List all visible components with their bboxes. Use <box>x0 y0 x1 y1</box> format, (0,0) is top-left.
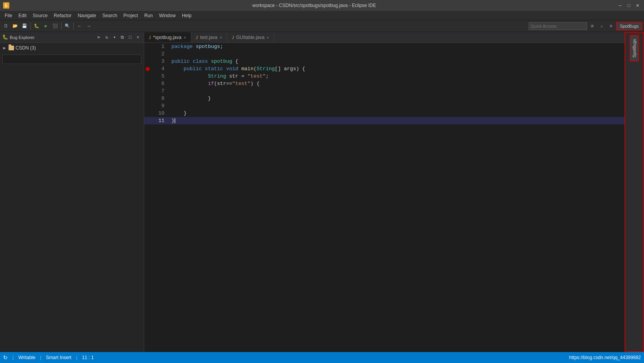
sidebar-refresh-button[interactable]: ↻ <box>103 34 110 41</box>
sidebar-menu-button[interactable]: ▾ <box>111 34 118 41</box>
editor-line-5: 5 String str = "test"; <box>144 73 625 80</box>
quick-access-input[interactable] <box>529 22 587 30</box>
linenum-6: 6 <box>151 80 168 87</box>
maximize-button[interactable]: □ <box>625 2 632 9</box>
tab-label-1: *spotbug.java <box>153 35 182 40</box>
sidebar-filter[interactable] <box>2 55 141 64</box>
status-position: 11 : 1 <box>82 355 94 360</box>
code-11: } <box>168 117 175 124</box>
sidebar-new-window-button[interactable]: ⧉ <box>119 34 126 41</box>
tab-close-2[interactable]: × <box>220 35 222 40</box>
code-10: } <box>168 110 187 117</box>
gutter-5 <box>144 73 151 80</box>
menu-edit[interactable]: Edit <box>15 12 30 19</box>
status-separator-3: | <box>76 355 77 360</box>
tab-java-icon-2: J <box>196 35 198 40</box>
tree-expand-arrow: ▶ <box>3 46 7 50</box>
sidebar: 🐛 Bug Explorer ⊳ ↻ ▾ ⧉ □ × ▶ CSDN (3) <box>0 32 144 352</box>
bug-explorer-icon: 🐛 <box>2 34 8 40</box>
title-bar: E workspace - CSDN/src/spotbugs/spotbug.… <box>0 0 644 11</box>
toolbar-new-button[interactable]: 🗋 <box>2 22 10 30</box>
editor-line-4: 4 public static void main(String[] args)… <box>144 65 625 73</box>
tab-test-java[interactable]: J test.java × <box>191 32 228 42</box>
editor-line-1: 1 package spotbugs; <box>144 43 625 50</box>
tab-label-2: test.java <box>200 35 218 40</box>
menu-project[interactable]: Project <box>120 12 141 19</box>
menu-help[interactable]: Help <box>179 12 195 19</box>
linenum-11: 11 <box>151 117 168 124</box>
gutter-9 <box>144 102 151 110</box>
perspective-java-button[interactable]: ☕ <box>597 22 606 30</box>
filter-input[interactable] <box>4 57 139 62</box>
spotbugs-panel-tab[interactable]: SpotBugs <box>630 35 639 62</box>
linenum-1: 1 <box>151 43 168 50</box>
tab-label-3: GUItable.java <box>236 35 265 40</box>
menu-search[interactable]: Search <box>99 12 120 19</box>
sidebar-header-buttons: ⊳ ↻ ▾ ⧉ □ × <box>95 34 141 41</box>
code-wrapper: 1 package spotbugs; 2 3 public class spo… <box>144 43 625 352</box>
status-bar: ↻ | Writable | Smart Insert | 11 : 1 htt… <box>0 352 644 363</box>
spotbugs-panel: SpotBugs <box>625 32 644 352</box>
app-icon: E <box>3 2 9 9</box>
code-9 <box>168 102 171 110</box>
sidebar-tree: ▶ CSDN (3) <box>0 43 144 53</box>
toolbar-search-button[interactable]: 🔍 <box>63 22 72 30</box>
minimize-button[interactable]: ─ <box>617 2 624 9</box>
status-url: https://blog.csdn.net/qq_44399882 <box>569 355 641 360</box>
menu-run[interactable]: Run <box>141 12 156 19</box>
code-editor[interactable]: 1 package spotbugs; 2 3 public class spo… <box>144 43 625 352</box>
perspective-debug-button[interactable]: ⚙ <box>607 22 615 30</box>
toolbar-separator-2 <box>61 23 62 30</box>
sidebar-collapse-button[interactable]: ⊳ <box>95 34 102 41</box>
tab-guitable-java[interactable]: J GUItable.java × <box>227 32 274 42</box>
perspectives-button[interactable]: ⊞ <box>588 22 596 30</box>
status-separator-2: | <box>40 355 41 360</box>
editor-line-8: 8 } <box>144 95 625 102</box>
toolbar-debug-button[interactable]: ⬛ <box>51 22 60 30</box>
tab-spotbug-java[interactable]: J *spotbug.java × <box>144 32 191 42</box>
editor-line-6: 6 if(str=="test") { <box>144 80 625 87</box>
close-button[interactable]: ✕ <box>634 2 641 9</box>
menu-bar: File Edit Source Refactor Navigate Searc… <box>0 11 644 20</box>
gutter-7 <box>144 87 151 95</box>
sidebar-close-button[interactable]: × <box>134 34 141 41</box>
code-4: public static void main(String[] args) { <box>168 65 305 73</box>
tab-close-1[interactable]: × <box>184 35 186 40</box>
editor-line-10: 10 } <box>144 110 625 117</box>
gutter-8 <box>144 95 151 102</box>
tab-java-icon-1: J <box>149 35 151 40</box>
editor-line-11: 11 } <box>144 117 625 124</box>
status-writable: Writable <box>18 355 35 360</box>
tree-item-csdn[interactable]: ▶ CSDN (3) <box>0 44 144 51</box>
menu-refactor[interactable]: Refactor <box>51 12 74 19</box>
window-controls[interactable]: ─ □ ✕ <box>617 2 641 9</box>
toolbar-separator-1 <box>30 23 31 30</box>
menu-source[interactable]: Source <box>30 12 51 19</box>
spotbugs-tab-button[interactable]: SpotBugs <box>616 22 642 30</box>
toolbar-back-button[interactable]: ← <box>75 22 84 30</box>
editor-line-3: 3 public class spotbug { <box>144 58 625 65</box>
code-7 <box>168 87 171 95</box>
linenum-4: 4 <box>151 65 168 73</box>
toolbar-run-button[interactable]: ▶ <box>42 22 50 30</box>
gutter-3 <box>144 58 151 65</box>
menu-file[interactable]: File <box>2 12 15 19</box>
toolbar-save-button[interactable]: 💾 <box>20 22 29 30</box>
toolbar-bug-button[interactable]: 🐛 <box>32 22 41 30</box>
toolbar: 🗋 📂 💾 🐛 ▶ ⬛ 🔍 ← → ⊞ ☕ ⚙ SpotBugs <box>0 20 644 32</box>
sidebar-maximize-button[interactable]: □ <box>127 34 134 41</box>
toolbar-forward-button[interactable]: → <box>85 22 93 30</box>
menu-window[interactable]: Window <box>156 12 179 19</box>
linenum-7: 7 <box>151 87 168 95</box>
sidebar-header: 🐛 Bug Explorer ⊳ ↻ ▾ ⧉ □ × <box>0 32 144 43</box>
gutter-1 <box>144 43 151 50</box>
window-title: workspace - CSDN/src/spotbugs/spotbug.ja… <box>12 3 617 8</box>
tab-close-3[interactable]: × <box>267 35 269 40</box>
tab-java-icon-3: J <box>232 35 234 40</box>
editor-line-9: 9 <box>144 102 625 110</box>
editor-area: J *spotbug.java × J test.java × J GUItab… <box>144 32 625 352</box>
menu-navigate[interactable]: Navigate <box>74 12 99 19</box>
gutter-2 <box>144 50 151 58</box>
folder-icon <box>9 46 14 50</box>
toolbar-open-button[interactable]: 📂 <box>11 22 19 30</box>
